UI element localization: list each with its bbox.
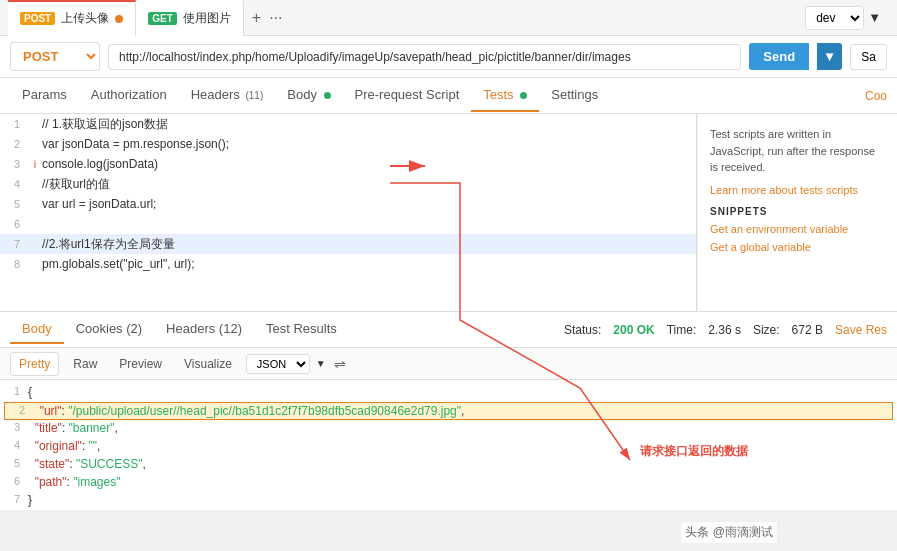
tab-bar: POST 上传头像 GET 使用图片 + ··· dev prod local … xyxy=(0,0,897,36)
send-dropdown-button[interactable]: ▼ xyxy=(817,43,842,70)
size-label: Size: xyxy=(753,323,780,337)
json-line-3: 3 "title": "banner", xyxy=(0,420,897,438)
status-value: 200 OK xyxy=(613,323,654,337)
tab-label-2: 使用图片 xyxy=(183,10,231,27)
headers-badge: (11) xyxy=(245,90,263,101)
time-value: 2.36 s xyxy=(708,323,741,337)
tab-upload[interactable]: POST 上传头像 xyxy=(8,0,136,36)
code-line-3: 3 i console.log(jsonData) xyxy=(0,154,696,174)
right-panel: Test scripts are written in JavaScript, … xyxy=(697,114,897,311)
resp-tab-pretty[interactable]: Pretty xyxy=(10,352,59,376)
save-button[interactable]: Sa xyxy=(850,44,887,70)
resp-tab-visualize[interactable]: Visualize xyxy=(176,353,240,375)
tab-authorization[interactable]: Authorization xyxy=(79,79,179,112)
nav-tabs: Params Authorization Headers (11) Body P… xyxy=(0,78,897,114)
response-toolbar: Pretty Raw Preview Visualize JSON XML HT… xyxy=(0,348,897,380)
code-line-7: 7 //2.将url1保存为全局变量 xyxy=(0,234,696,254)
code-editor[interactable]: 1 // 1.获取返回的json数据 2 var jsonData = pm.r… xyxy=(0,114,697,311)
json-line-7: 7 } xyxy=(0,492,897,510)
bottom-tab-test-results[interactable]: Test Results xyxy=(254,315,349,344)
env-selector: dev prod local ▼ xyxy=(805,6,889,30)
tab-params[interactable]: Params xyxy=(10,79,79,112)
cookies-link[interactable]: Coo xyxy=(865,89,887,103)
wrap-icon[interactable]: ⇌ xyxy=(334,356,346,372)
url-input[interactable] xyxy=(108,44,741,70)
send-button[interactable]: Send xyxy=(749,43,809,70)
json-line-5: 5 "state": "SUCCESS", xyxy=(0,456,897,474)
code-line-1: 1 // 1.获取返回的json数据 xyxy=(0,114,696,134)
json-line-2: 2 "url": "/public/upload/user//head_pic/… xyxy=(4,402,893,420)
tab-use-image[interactable]: GET 使用图片 xyxy=(136,0,244,36)
status-bar: Status: 200 OK Time: 2.36 s Size: 672 B … xyxy=(564,323,887,337)
app-container: POST 上传头像 GET 使用图片 + ··· dev prod local … xyxy=(0,0,897,551)
bottom-tab-cookies[interactable]: Cookies (2) xyxy=(64,315,154,344)
resp-tab-preview[interactable]: Preview xyxy=(111,353,170,375)
tab-body[interactable]: Body xyxy=(275,79,342,112)
right-panel-desc: Test scripts are written in JavaScript, … xyxy=(710,126,885,176)
tab-settings[interactable]: Settings xyxy=(539,79,610,112)
add-tab-button[interactable]: + xyxy=(252,9,261,27)
json-line-4: 4 "original": "", xyxy=(0,438,897,456)
save-response-button[interactable]: Save Res xyxy=(835,323,887,337)
size-value: 672 B xyxy=(792,323,823,337)
env-dropdown-icon: ▼ xyxy=(868,10,881,25)
status-label: Status: xyxy=(564,323,601,337)
json-line-1: 1 { xyxy=(0,384,897,402)
bottom-nav: Body Cookies (2) Headers (12) Test Resul… xyxy=(0,312,897,348)
tab-actions: + ··· xyxy=(252,9,283,27)
format-select[interactable]: JSON XML HTML xyxy=(246,354,310,374)
bottom-tab-body[interactable]: Body xyxy=(10,315,64,344)
learn-more-link[interactable]: Learn more about tests scripts xyxy=(710,184,858,196)
code-line-8: 8 pm.globals.set("pic_url", url); xyxy=(0,254,696,274)
bottom-section: Body Cookies (2) Headers (12) Test Resul… xyxy=(0,311,897,510)
resp-tab-raw[interactable]: Raw xyxy=(65,353,105,375)
json-line-6: 6 "path": "images" xyxy=(0,474,897,492)
tests-dot xyxy=(520,92,527,99)
code-line-2: 2 var jsonData = pm.response.json(); xyxy=(0,134,696,154)
url-bar: POST GET PUT DELETE Send ▼ Sa xyxy=(0,36,897,78)
main-content: 1 // 1.获取返回的json数据 2 var jsonData = pm.r… xyxy=(0,114,897,311)
tab-pre-request[interactable]: Pre-request Script xyxy=(343,79,472,112)
method-badge-post: POST xyxy=(20,12,55,25)
snippets-title: SNIPPETS xyxy=(710,206,885,217)
code-line-4: 4 //获取url的值 xyxy=(0,174,696,194)
env-dropdown[interactable]: dev prod local xyxy=(805,6,864,30)
code-line-5: 5 var url = jsonData.url; xyxy=(0,194,696,214)
method-select[interactable]: POST GET PUT DELETE xyxy=(10,42,100,71)
bottom-tab-headers[interactable]: Headers (12) xyxy=(154,315,254,344)
watermark: 头条 @雨滴测试 xyxy=(681,522,777,543)
tab-headers[interactable]: Headers (11) xyxy=(179,79,276,112)
tab-tests[interactable]: Tests xyxy=(471,79,539,112)
snippet-global-var[interactable]: Get a global variable xyxy=(710,241,885,253)
body-dot xyxy=(324,92,331,99)
tab-label: 上传头像 xyxy=(61,10,109,27)
json-response-panel[interactable]: 1 { 2 "url": "/public/upload/user//head_… xyxy=(0,380,897,510)
time-label: Time: xyxy=(667,323,697,337)
snippet-env-var[interactable]: Get an environment variable xyxy=(710,223,885,235)
more-tabs-button[interactable]: ··· xyxy=(269,9,282,27)
tab-dot xyxy=(115,15,123,23)
code-line-6: 6 xyxy=(0,214,696,234)
method-badge-get: GET xyxy=(148,12,177,25)
